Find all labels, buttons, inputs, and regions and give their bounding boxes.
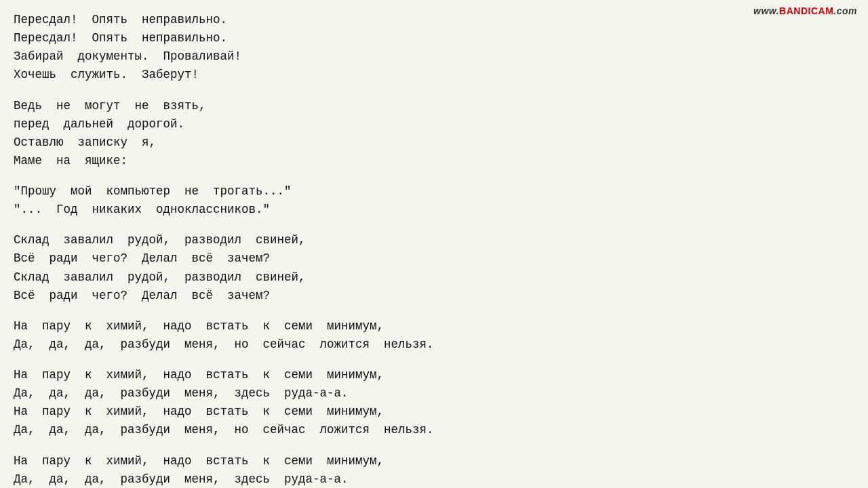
lyric-line-11: "... Год никаких одноклассников." xyxy=(14,201,854,219)
lyric-blank-17 xyxy=(14,305,854,317)
watermark-brand: BANDICAM xyxy=(779,5,833,16)
lyric-line-18: На пару к химий, надо встать к семи мини… xyxy=(14,317,854,336)
lyric-line-14: Всё ради чего? Делал всё зачем? xyxy=(14,249,854,268)
lyric-blank-4 xyxy=(14,85,854,97)
lyric-line-24: Да, да, да, разбуди меня, но сейчас ложи… xyxy=(14,421,854,439)
watermark: www.BANDICAM.com xyxy=(753,5,857,16)
lyric-blank-20 xyxy=(14,354,854,366)
lyric-line-0: Пересдал! Опять неправильно. xyxy=(14,11,854,29)
lyric-line-19: Да, да, да, разбуди меня, но сейчас ложи… xyxy=(14,336,854,354)
lyric-line-23: На пару к химий, надо встать к семи мини… xyxy=(14,403,854,421)
lyric-line-5: Ведь не могут не взять, xyxy=(14,97,854,115)
lyric-line-10: "Прошу мой компьютер не трогать..." xyxy=(14,182,854,201)
lyric-line-22: Да, да, да, разбуди меня, здесь руда-а-а… xyxy=(14,384,854,403)
watermark-suffix: .com xyxy=(833,5,857,16)
watermark-text: www.BANDICAM.com xyxy=(753,5,857,16)
lyric-blank-9 xyxy=(14,170,854,182)
lyric-line-7: Оставлю записку я, xyxy=(14,134,854,152)
lyrics-container: Пересдал! Опять неправильно.Пересдал! Оп… xyxy=(14,11,854,488)
lyric-line-27: Да, да, да, разбуди меня, здесь руда-а-а… xyxy=(14,470,854,488)
lyric-line-21: На пару к химий, надо встать к семи мини… xyxy=(14,366,854,384)
lyric-blank-25 xyxy=(14,440,854,452)
lyric-line-16: Всё ради чего? Делал всё зачем? xyxy=(14,287,854,305)
lyric-blank-12 xyxy=(14,219,854,231)
watermark-www: www. xyxy=(753,5,779,16)
lyric-line-15: Склад завалил рудой, разводил свиней, xyxy=(14,268,854,287)
lyric-line-26: На пару к химий, надо встать к семи мини… xyxy=(14,452,854,470)
lyric-line-2: Забирай документы. Проваливай! xyxy=(14,47,854,66)
lyric-line-13: Склад завалил рудой, разводил свиней, xyxy=(14,231,854,249)
lyric-line-3: Хочешь служить. Заберут! xyxy=(14,66,854,84)
lyric-line-6: перед дальней дорогой. xyxy=(14,115,854,134)
lyric-line-8: Маме на ящике: xyxy=(14,152,854,170)
lyric-line-1: Пересдал! Опять неправильно. xyxy=(14,29,854,47)
main-content: www.BANDICAM.com Пересдал! Опять неправи… xyxy=(0,0,868,488)
